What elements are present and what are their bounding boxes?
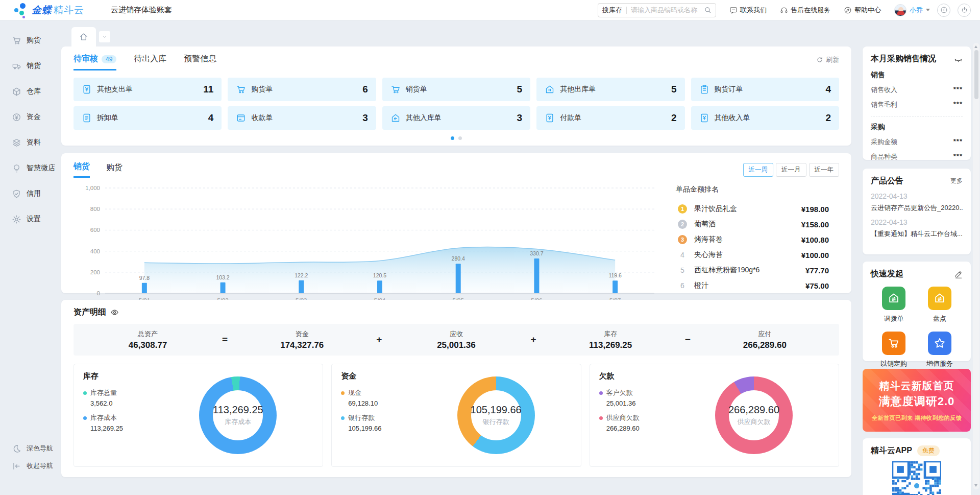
sidebar-item-6[interactable]: 信用 — [0, 181, 56, 206]
donut-chart: 113,269.25 库存成本 — [199, 376, 277, 454]
sidebar-footer-label: 收起导航 — [27, 461, 53, 470]
monthly-row-value: *** — [953, 137, 963, 147]
ranking-row-4[interactable]: 5西红柿意粉酱190g*6¥77.70 — [676, 263, 829, 278]
todo-tab-0[interactable]: 待审核49 — [74, 54, 116, 70]
purchase-cart-icon — [882, 332, 905, 355]
announcement-text[interactable]: 云进销存产品更新公告_20220... — [871, 203, 963, 213]
asset-panel-title: 资金 — [341, 371, 571, 381]
sidebar-item-7[interactable]: 设置 — [0, 206, 56, 232]
page-dot-1[interactable] — [458, 136, 462, 140]
svg-text:330.7: 330.7 — [530, 250, 543, 256]
app-header: 金蝶 精斗云 云进销存体验账套 搜库存 请输入商品编码或名称 联系我们售后在线服… — [0, 0, 980, 20]
todo-doc-card-9[interactable]: 其他收入单2 — [691, 106, 839, 130]
formula-value: 174,327.76 — [266, 340, 338, 350]
refresh-icon — [816, 56, 823, 63]
cart-icon — [12, 36, 21, 45]
eye-closed-icon[interactable] — [954, 55, 963, 63]
product-amount: ¥77.70 — [805, 266, 829, 275]
ranking-row-3[interactable]: 4夹心海苔¥100.00 — [676, 247, 829, 263]
eye-icon[interactable] — [110, 308, 119, 317]
survey-banner[interactable]: 精斗云新版首页 满意度调研2.0 全新首页已到来 期待收到您的反馈 — [863, 369, 971, 432]
user-name[interactable]: 小乔 — [910, 6, 923, 15]
announcements-title: 产品公告 — [871, 176, 903, 186]
more-link[interactable]: 更多 — [950, 177, 963, 185]
pencil-icon[interactable] — [954, 270, 963, 278]
avatar[interactable] — [894, 4, 906, 16]
range-button-1[interactable]: 近一月 — [776, 163, 806, 177]
search-input[interactable]: 请输入商品编码或名称 — [631, 6, 704, 15]
search-scope-label[interactable]: 搜库存 — [602, 6, 622, 15]
todo-doc-count: 4 — [825, 84, 831, 95]
quick-action-0[interactable]: 调拨单 — [871, 287, 917, 323]
todo-doc-card-8[interactable]: 付款单2 — [536, 106, 684, 130]
search-icon[interactable] — [704, 6, 712, 14]
trend-tab-1[interactable]: 购货 — [106, 162, 122, 177]
todo-doc-card-7[interactable]: 其他入库单3 — [382, 106, 530, 130]
eye-closed-icon[interactable] — [954, 55, 963, 63]
ranking-row-0[interactable]: 1果汁饮品礼盒¥198.00 — [676, 201, 829, 217]
todo-doc-card-2[interactable]: 销货单5 — [382, 78, 530, 101]
monthly-row-value: *** — [953, 152, 963, 161]
sidebar-item-0[interactable]: 购货 — [0, 28, 56, 53]
header-link-0[interactable]: 联系我们 — [729, 6, 767, 15]
scrollbar-thumb[interactable] — [974, 50, 978, 99]
yen-doc-icon — [699, 113, 709, 123]
todo-doc-card-5[interactable]: 拆卸单4 — [74, 106, 222, 130]
sidebar-item-1[interactable]: 销货 — [0, 53, 56, 79]
donut-chart: 105,199.66 银行存款 — [457, 376, 535, 454]
logout-button[interactable] — [958, 4, 971, 17]
header-link-1[interactable]: 售后在线服务 — [780, 6, 830, 15]
todo-tab-2[interactable]: 预警信息 — [184, 54, 216, 69]
page-dot-0[interactable] — [451, 136, 454, 140]
trend-card: 销货购货近一周近一月近一年 02004006008001,00097.85/01… — [61, 153, 851, 293]
sidebar-item-2[interactable]: 仓库 — [0, 79, 56, 104]
quick-action-1[interactable]: 盘点 — [917, 287, 963, 323]
house-out-icon — [545, 84, 555, 95]
announcement-item-0[interactable]: 2022-04-13 云进销存产品更新公告_20220... — [871, 192, 963, 213]
legend-label: 库存总量 — [90, 388, 117, 397]
sidebar-item-3[interactable]: 资金 — [0, 104, 56, 130]
app-logo[interactable]: 金蝶 精斗云 — [13, 2, 84, 18]
scroll-up-arrow[interactable] — [974, 45, 977, 48]
quick-action-2[interactable]: 以销定购 — [871, 332, 917, 368]
home-tab[interactable] — [71, 27, 96, 46]
sidebar-item-4[interactable]: 资料 — [0, 130, 56, 155]
quick-action-3[interactable]: 增值服务 — [917, 332, 963, 368]
back-circle-icon — [940, 6, 948, 14]
tab-dropdown-button[interactable] — [99, 31, 110, 42]
scroll-down-arrow[interactable] — [974, 484, 977, 487]
todo-doc-card-1[interactable]: 购货单6 — [228, 78, 376, 101]
ranking-row-2[interactable]: 3烤海苔卷¥100.80 — [676, 232, 829, 247]
dashboard-page: 金蝶 精斗云 云进销存体验账套 搜库存 请输入商品编码或名称 联系我们售后在线服… — [0, 0, 980, 495]
monthly-row: 销售毛利*** — [871, 100, 963, 109]
todo-doc-card-6[interactable]: 收款单3 — [228, 106, 376, 130]
todo-doc-card-3[interactable]: 其他出库单5 — [536, 78, 684, 101]
sidebar-footer-0[interactable]: 深色导航 — [0, 440, 56, 457]
todo-doc-card-0[interactable]: 其他支出单11 — [74, 78, 222, 101]
header-link-2[interactable]: 帮助中心 — [844, 6, 881, 15]
user-menu[interactable]: 小乔 — [894, 4, 930, 16]
range-button-2[interactable]: 近一年 — [809, 163, 840, 177]
range-button-0[interactable]: 近一周 — [743, 163, 774, 177]
sidebar-item-5[interactable]: 智慧微店 — [0, 155, 56, 181]
assets-card: 资产明细 总资产46,308.77=资金174,327.76+应收25,001.… — [61, 300, 851, 477]
todo-doc-card-4[interactable]: 购货订单4 — [691, 78, 839, 101]
todo-tab-1[interactable]: 待出入库 — [134, 54, 166, 69]
todo-doc-label: 拆卸单 — [97, 113, 118, 123]
formula-operator: − — [685, 334, 691, 345]
ranking-row-5[interactable]: 6橙汁¥75.00 — [676, 278, 829, 293]
eye-icon[interactable] — [110, 308, 119, 317]
pencil-icon[interactable] — [954, 270, 963, 279]
search-icon[interactable] — [704, 6, 712, 14]
trend-tab-0[interactable]: 销货 — [74, 161, 90, 178]
ranking-row-1[interactable]: 2葡萄酒¥158.00 — [676, 217, 829, 232]
announcement-item-1[interactable]: 2022-04-13 【重要通知】精斗云工作台域... — [871, 218, 963, 239]
announcement-text[interactable]: 【重要通知】精斗云工作台域... — [871, 229, 963, 239]
refresh-button[interactable]: 刷新 — [816, 55, 839, 64]
sidebar-footer-1[interactable]: 收起导航 — [0, 457, 56, 475]
formula-operator: + — [531, 334, 536, 345]
back-button[interactable] — [937, 4, 950, 17]
vertical-scrollbar[interactable] — [973, 43, 979, 489]
inventory-search-box[interactable]: 搜库存 请输入商品编码或名称 — [598, 3, 716, 17]
rank-number: 4 — [676, 251, 689, 259]
